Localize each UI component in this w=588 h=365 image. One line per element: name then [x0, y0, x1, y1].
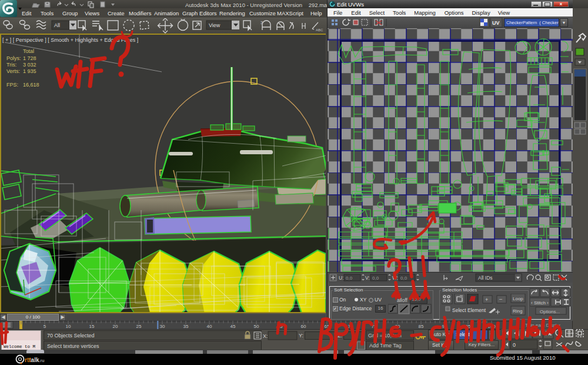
svg-text:50: 50: [254, 324, 259, 329]
svg-text:+: +: [485, 297, 488, 303]
svg-text:65: 65: [325, 324, 330, 329]
svg-text:All IDs: All IDs: [478, 275, 493, 281]
svg-text:ABC: ABC: [316, 28, 323, 32]
svg-text:UV: UV: [492, 20, 500, 26]
svg-text:U:: U:: [339, 275, 344, 281]
svg-text:55: 55: [278, 324, 283, 329]
svg-text:30: 30: [160, 324, 165, 329]
svg-text:rttalk.ru: rttalk.ru: [25, 357, 44, 363]
svg-text:Loop: Loop: [513, 296, 523, 301]
svg-text:0,0: 0,0: [400, 276, 407, 281]
svg-text:View: View: [209, 22, 220, 28]
svg-text:80: 80: [395, 324, 400, 329]
svg-text:60: 60: [301, 324, 306, 329]
svg-text:X:: X:: [263, 333, 268, 339]
svg-text:Ring: Ring: [513, 308, 522, 314]
svg-text:‹ Stitch ›: ‹ Stitch ›: [531, 300, 549, 306]
svg-text:35: 35: [183, 324, 189, 329]
svg-text:20: 20: [113, 324, 118, 329]
svg-text:0,0: 0,0: [372, 276, 379, 281]
svg-text:90: 90: [442, 324, 447, 329]
svg-text:40: 40: [207, 324, 212, 329]
svg-text:Select Element: Select Element: [452, 307, 486, 313]
svg-text:10: 10: [66, 324, 71, 329]
svg-text:Thin eam Displ y: Thin eam Displ y: [525, 323, 560, 328]
svg-text:Options...: Options...: [540, 309, 560, 314]
svg-text:95: 95: [466, 324, 471, 329]
svg-text:85: 85: [419, 324, 424, 329]
svg-text:5: 5: [44, 324, 46, 329]
svg-text:W:: W:: [392, 275, 398, 281]
svg-text:3: 3: [260, 20, 263, 25]
svg-text:0,0: 0,0: [346, 276, 353, 281]
svg-text:15: 15: [89, 324, 95, 329]
svg-text:45: 45: [230, 324, 236, 329]
svg-text:25: 25: [136, 324, 142, 329]
svg-text:0: 0: [513, 342, 516, 348]
svg-text:100: 100: [487, 324, 496, 329]
svg-text:70: 70: [348, 324, 353, 329]
svg-text:V:: V:: [365, 275, 370, 281]
svg-text:–: –: [499, 296, 502, 302]
svg-text:75: 75: [372, 324, 377, 329]
svg-text:All: All: [54, 22, 60, 28]
